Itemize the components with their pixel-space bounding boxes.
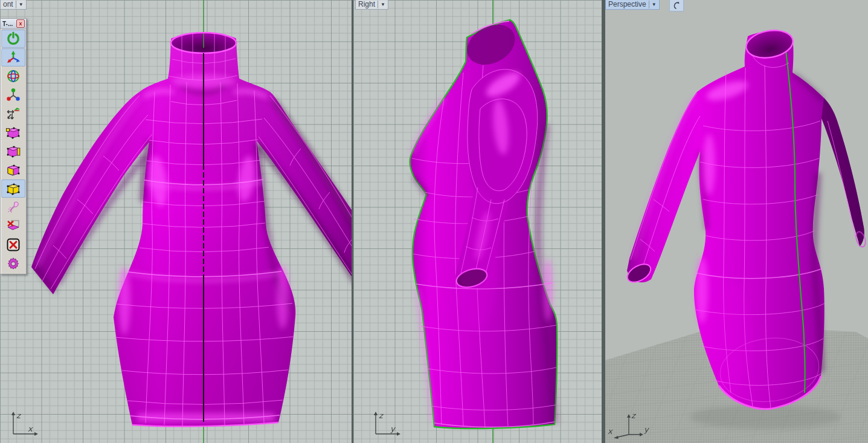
palette-title: T-... bbox=[2, 21, 13, 27]
view-rotate-icon[interactable] bbox=[669, 0, 684, 11]
tool-palette: T-... x bbox=[0, 18, 27, 274]
viewport-title: Perspective bbox=[606, 0, 649, 10]
svg-text:x: x bbox=[28, 424, 33, 433]
cancel-box-icon[interactable] bbox=[1, 236, 25, 254]
move-arrows-icon[interactable] bbox=[1, 105, 25, 123]
cube-vertex-icon[interactable] bbox=[1, 123, 25, 141]
cube-edge-icon[interactable] bbox=[1, 142, 25, 160]
viewport-perspective-canvas[interactable]: z x y bbox=[605, 0, 868, 443]
close-icon[interactable]: x bbox=[16, 19, 25, 28]
modeling-app-window: z x bbox=[0, 0, 868, 443]
viewport-title: Right bbox=[356, 0, 378, 10]
viewport-label-right[interactable]: Right ▼ bbox=[355, 0, 388, 10]
palette-title-bar[interactable]: T-... x bbox=[1, 19, 26, 29]
gear-icon[interactable] bbox=[1, 254, 25, 273]
axis-balls-icon[interactable] bbox=[1, 86, 25, 104]
cube-solid-icon[interactable] bbox=[1, 179, 25, 198]
viewport-title: ont bbox=[1, 0, 16, 10]
viewport-label-perspective[interactable]: Perspective ▼ bbox=[605, 0, 660, 10]
chevron-down-icon[interactable]: ▼ bbox=[16, 0, 26, 9]
delete-face-icon[interactable] bbox=[1, 217, 25, 235]
svg-text:x: x bbox=[608, 427, 613, 436]
viewport-front-canvas[interactable]: z x bbox=[0, 0, 352, 443]
gimbal-sphere-icon[interactable] bbox=[1, 67, 25, 85]
chevron-down-icon[interactable]: ▼ bbox=[378, 0, 388, 9]
viewport-right-canvas[interactable]: z y bbox=[353, 0, 602, 443]
cube-face-icon[interactable] bbox=[1, 161, 25, 179]
paint-brush-icon[interactable] bbox=[1, 198, 25, 216]
power-toggle-icon[interactable] bbox=[1, 30, 25, 48]
viewport-label-front[interactable]: ont ▼ bbox=[0, 0, 27, 10]
axis-tripod-icon[interactable] bbox=[1, 48, 25, 66]
chevron-down-icon[interactable]: ▼ bbox=[649, 0, 659, 9]
